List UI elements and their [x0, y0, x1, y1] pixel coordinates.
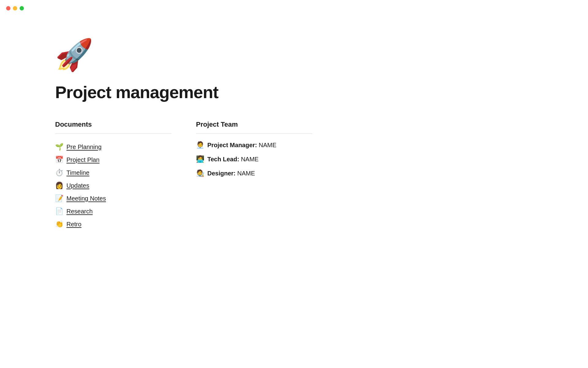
team-label-1: Tech Lead: NAME — [207, 156, 258, 163]
doc-icon-6: 👏 — [55, 220, 63, 228]
doc-label-5: Research — [66, 208, 93, 215]
team-label-0: Project Manager: NAME — [207, 142, 277, 149]
doc-label-3: Updates — [66, 182, 89, 189]
team-label-2: Designer: NAME — [207, 170, 255, 177]
documents-list: 🌱 Pre Planning 📅 Project Plan ⏱️ Timelin… — [55, 141, 172, 230]
team-divider — [196, 133, 312, 134]
doc-item[interactable]: 🌱 Pre Planning — [55, 141, 172, 153]
doc-icon-2: ⏱️ — [55, 169, 63, 177]
two-column-layout: Documents 🌱 Pre Planning 📅 Project Plan … — [55, 121, 312, 230]
doc-label-1: Project Plan — [66, 156, 100, 163]
fullscreen-button[interactable] — [20, 6, 24, 10]
page-title: Project management — [55, 82, 312, 102]
team-item: 🧑‍🎨 Designer: NAME — [196, 169, 312, 177]
page-icon: 🚀 — [55, 37, 312, 73]
doc-label-2: Timeline — [66, 169, 89, 176]
documents-divider — [55, 133, 172, 134]
team-icon-0: 🧑‍💼 — [196, 141, 204, 149]
close-button[interactable] — [6, 6, 10, 10]
doc-label-4: Meeting Notes — [66, 195, 106, 202]
doc-item[interactable]: 👏 Retro — [55, 218, 172, 230]
doc-label-0: Pre Planning — [66, 144, 102, 151]
doc-item[interactable]: 📝 Meeting Notes — [55, 193, 172, 204]
team-item: 👩‍💻 Tech Lead: NAME — [196, 155, 312, 163]
doc-icon-4: 📝 — [55, 194, 63, 202]
project-team-heading: Project Team — [196, 121, 312, 128]
minimize-button[interactable] — [13, 6, 17, 10]
team-list: 🧑‍💼 Project Manager: NAME 👩‍💻 Tech Lead:… — [196, 141, 312, 177]
doc-icon-3: 👩 — [55, 182, 63, 190]
doc-icon-5: 📄 — [55, 207, 63, 215]
team-item: 🧑‍💼 Project Manager: NAME — [196, 141, 312, 149]
doc-icon-0: 🌱 — [55, 143, 63, 151]
doc-item[interactable]: 📅 Project Plan — [55, 154, 172, 166]
documents-column: Documents 🌱 Pre Planning 📅 Project Plan … — [55, 121, 172, 230]
doc-item[interactable]: 📄 Research — [55, 205, 172, 217]
doc-icon-1: 📅 — [55, 156, 63, 164]
doc-label-6: Retro — [66, 221, 81, 228]
project-team-column: Project Team 🧑‍💼 Project Manager: NAME 👩… — [196, 121, 312, 177]
team-icon-2: 🧑‍🎨 — [196, 169, 204, 177]
traffic-lights — [6, 6, 24, 10]
team-icon-1: 👩‍💻 — [196, 155, 204, 163]
doc-item[interactable]: ⏱️ Timeline — [55, 167, 172, 178]
doc-item[interactable]: 👩 Updates — [55, 180, 172, 191]
documents-heading: Documents — [55, 121, 172, 128]
main-content: 🚀 Project management Documents 🌱 Pre Pla… — [0, 0, 368, 255]
